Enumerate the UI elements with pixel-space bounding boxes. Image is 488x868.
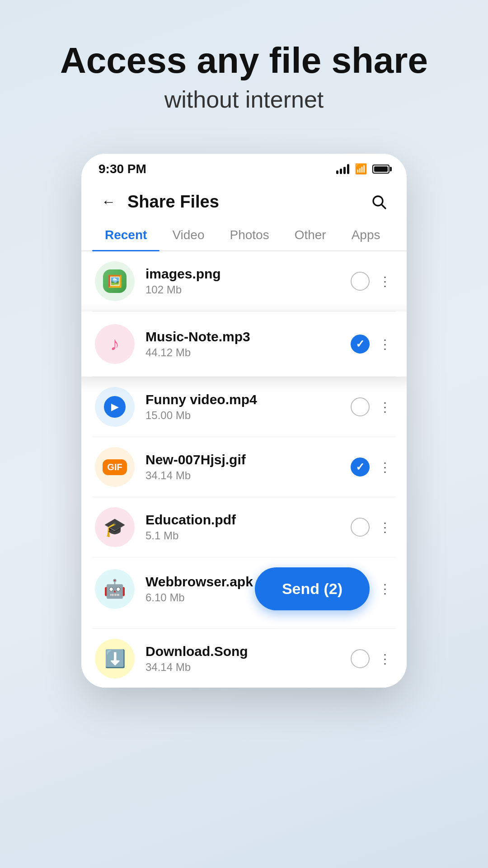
tab-photos[interactable]: Photos: [217, 221, 282, 250]
file-info: Funny video.mp4 15.00 Mb: [145, 392, 351, 422]
app-header: ← Share Files: [81, 181, 407, 221]
select-checkbox[interactable]: [351, 272, 370, 291]
more-options-button[interactable]: ⋮: [377, 400, 393, 415]
select-checkbox[interactable]: [351, 649, 370, 668]
file-actions: ✓ ⋮: [351, 335, 393, 354]
file-actions: Send (2) ⋮: [255, 567, 393, 610]
status-bar: 9:30 PM 📶: [81, 154, 407, 181]
image-icon: 🖼️: [103, 269, 127, 293]
file-name: Webbrowser.apk: [145, 574, 255, 590]
more-options-button[interactable]: ⋮: [377, 337, 393, 352]
file-actions: ⋮: [351, 649, 393, 668]
hero-title: Access any file share: [60, 41, 428, 80]
file-name: New-007Hjsj.gif: [145, 452, 351, 467]
file-name: Download.Song: [145, 644, 351, 659]
back-button[interactable]: ←: [98, 191, 119, 212]
file-size: 15.00 Mb: [145, 409, 351, 422]
select-checkbox[interactable]: [351, 518, 370, 537]
file-actions: ⋮: [351, 518, 393, 537]
more-options-button[interactable]: ⋮: [377, 651, 393, 666]
list-item[interactable]: GIF New-007Hjsj.gif 34.14 Mb ✓ ⋮: [81, 437, 407, 497]
tab-video[interactable]: Video: [160, 221, 217, 250]
checkmark-icon: ✓: [356, 338, 365, 350]
list-item[interactable]: ♪ Music-Note.mp3 44.12 Mb ✓ ⋮: [81, 311, 407, 377]
more-options-button[interactable]: ⋮: [377, 581, 393, 596]
list-item[interactable]: ⬇️ Download.Song 34.14 Mb ⋮: [81, 629, 407, 688]
file-size: 102 Mb: [145, 283, 351, 296]
search-button[interactable]: [367, 190, 390, 213]
file-size: 34.14 Mb: [145, 469, 351, 482]
list-item[interactable]: ▶ Funny video.mp4 15.00 Mb ⋮: [81, 377, 407, 437]
file-info: Webbrowser.apk 6.10 Mb: [145, 574, 255, 604]
more-options-button[interactable]: ⋮: [377, 274, 393, 289]
tab-other[interactable]: Other: [282, 221, 339, 250]
phone-mockup: 9:30 PM 📶 ← Share Files: [81, 154, 407, 688]
status-icons: 📶: [336, 163, 389, 175]
apk-icon: 🤖: [103, 578, 126, 599]
send-button[interactable]: Send (2): [255, 567, 370, 610]
file-type-icon: GIF: [95, 447, 135, 487]
list-item[interactable]: 🤖 Webbrowser.apk 6.10 Mb Send (2) ⋮: [81, 557, 407, 628]
music-icon: ♪: [110, 333, 120, 355]
file-type-icon: 🤖: [95, 569, 135, 609]
file-type-icon: ♪: [95, 324, 135, 364]
download-icon: ⬇️: [104, 649, 126, 669]
file-size: 44.12 Mb: [145, 346, 351, 359]
file-name: images.png: [145, 266, 351, 282]
file-size: 5.1 Mb: [145, 529, 351, 542]
file-info: Download.Song 34.14 Mb: [145, 644, 351, 674]
file-actions: ⋮: [351, 272, 393, 291]
list-item[interactable]: 🎓 Education.pdf 5.1 Mb ⋮: [81, 497, 407, 557]
file-actions: ✓ ⋮: [351, 458, 393, 476]
gif-icon: GIF: [103, 459, 127, 475]
file-info: Music-Note.mp3 44.12 Mb: [145, 329, 351, 359]
page-title: Share Files: [127, 192, 367, 212]
file-list: 🖼️ images.png 102 Mb ⋮ ♪ Music-Note.mp3 …: [81, 251, 407, 688]
tab-recent[interactable]: Recent: [92, 221, 160, 250]
file-type-icon: 🎓: [95, 507, 135, 547]
file-actions: ⋮: [351, 397, 393, 416]
tab-apps[interactable]: Apps: [339, 221, 393, 250]
file-info: Education.pdf 5.1 Mb: [145, 512, 351, 542]
file-size: 34.14 Mb: [145, 661, 351, 674]
file-name: Education.pdf: [145, 512, 351, 528]
svg-line-1: [382, 205, 385, 208]
file-info: images.png 102 Mb: [145, 266, 351, 296]
more-options-button[interactable]: ⋮: [377, 520, 393, 535]
file-type-icon: ⬇️: [95, 639, 135, 679]
more-options-button[interactable]: ⋮: [377, 460, 393, 475]
battery-icon: [372, 165, 389, 174]
select-checkbox[interactable]: ✓: [351, 458, 370, 476]
list-item[interactable]: 🖼️ images.png 102 Mb ⋮: [81, 251, 407, 311]
file-name: Funny video.mp4: [145, 392, 351, 407]
select-checkbox[interactable]: [351, 397, 370, 416]
file-type-icon: 🖼️: [95, 261, 135, 301]
checkmark-icon: ✓: [356, 461, 365, 473]
tab-bar: Recent Video Photos Other Apps: [81, 221, 407, 251]
file-size: 6.10 Mb: [145, 591, 255, 604]
status-time: 9:30 PM: [99, 162, 146, 176]
select-checkbox[interactable]: ✓: [351, 335, 370, 354]
file-name: Music-Note.mp3: [145, 329, 351, 344]
pdf-icon: 🎓: [103, 517, 126, 538]
hero-subtitle: without internet: [60, 86, 428, 113]
wifi-icon: 📶: [355, 163, 367, 175]
search-icon: [371, 193, 387, 210]
play-icon: ▶: [104, 396, 126, 418]
file-type-icon: ▶: [95, 387, 135, 427]
signal-icon: [336, 164, 349, 174]
back-arrow-icon: ←: [101, 193, 116, 210]
hero-section: Access any file share without internet: [60, 41, 428, 113]
file-info: New-007Hjsj.gif 34.14 Mb: [145, 452, 351, 482]
